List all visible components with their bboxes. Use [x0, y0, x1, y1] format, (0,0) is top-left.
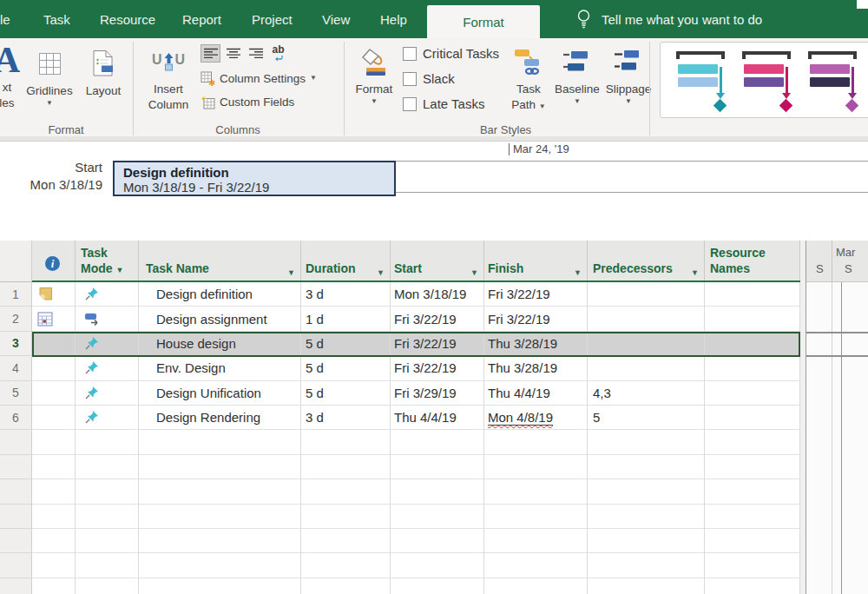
header-resource-names[interactable]: Resource Names [705, 241, 800, 282]
table-row-selected[interactable]: 3 House design 5 d Fri 3/22/19 Thu 3/28/… [0, 332, 800, 356]
filter-arrow-icon[interactable]: ▼ [377, 268, 385, 277]
baseline-button[interactable]: Baseline ▼ [554, 42, 601, 106]
slack-checkbox[interactable] [403, 72, 417, 86]
table-row-empty[interactable] [0, 529, 800, 553]
cell-start[interactable]: Fri 3/29/19 [391, 381, 484, 406]
wrap-text-button[interactable]: ab [268, 43, 288, 63]
tell-me-box[interactable]: Tell me what you want to do [576, 0, 762, 38]
cell-start[interactable]: Thu 4/4/19 [391, 406, 484, 430]
pane-splitter[interactable] [800, 241, 806, 594]
table-row[interactable]: 1 Design definition 3 d Mon 3/18/19 Fri … [0, 282, 800, 307]
cell-task-mode[interactable] [76, 282, 139, 307]
cell-resources[interactable] [705, 381, 800, 406]
late-tasks-checkbox[interactable] [403, 97, 417, 111]
select-all-corner[interactable] [0, 241, 32, 282]
cell-resources[interactable] [705, 356, 800, 380]
cell-predecessors[interactable] [588, 282, 705, 307]
cell-predecessors[interactable] [588, 307, 705, 331]
cell-start[interactable]: Fri 3/22/19 [391, 356, 484, 380]
gantt-chart-panel[interactable]: Mar S S [806, 241, 868, 594]
cell-task-mode[interactable] [76, 381, 139, 406]
table-row[interactable]: 4 Env. Design 5 d Fri 3/22/19 Thu 3/28/1… [0, 356, 800, 380]
cell-task-name[interactable]: Design assignment [139, 307, 301, 331]
cell-finish[interactable]: Fri 3/22/19 [484, 307, 588, 331]
cell-start[interactable]: Fri 3/22/19 [391, 307, 484, 331]
cell-info[interactable] [32, 406, 76, 430]
cell-info[interactable] [32, 307, 76, 331]
format-bar-styles-button[interactable]: Format ▼ [349, 42, 399, 106]
custom-fields-button[interactable]: ✦ Custom Fields [201, 93, 294, 110]
table-row-empty[interactable] [0, 455, 800, 479]
task-path-button[interactable]: Task Path ▼ [507, 42, 550, 113]
cell-info[interactable] [32, 332, 76, 356]
header-finish[interactable]: Finish▼ [484, 241, 588, 282]
filter-arrow-icon[interactable]: ▼ [470, 268, 478, 277]
align-right-button[interactable] [246, 44, 266, 63]
cell-finish[interactable]: Fri 3/22/19 [484, 282, 588, 307]
filter-arrow-icon[interactable]: ▼ [287, 268, 295, 277]
tab-report[interactable]: Report [182, 0, 221, 38]
row-number[interactable]: 6 [0, 406, 32, 430]
cell-predecessors[interactable]: 4,3 [588, 381, 705, 406]
cell-info[interactable] [32, 381, 76, 406]
cell-duration[interactable]: 5 d [301, 356, 391, 380]
cell-task-mode[interactable] [76, 332, 139, 356]
table-row-empty[interactable] [0, 479, 800, 504]
tab-help[interactable]: Help [380, 0, 407, 38]
table-row[interactable]: 2 Design assignment 1 d Fri 3/22/19 Fri … [0, 307, 800, 331]
filter-arrow-icon[interactable]: ▼ [691, 268, 699, 277]
cell-task-mode[interactable] [76, 406, 139, 430]
cell-resources[interactable] [705, 332, 800, 356]
table-row-empty[interactable] [0, 578, 800, 594]
cell-predecessors[interactable] [588, 332, 705, 356]
header-predecessors[interactable]: Predecessors▼ [588, 241, 705, 282]
cell-task-name[interactable]: Design definition [139, 282, 301, 307]
row-number[interactable]: 5 [0, 381, 32, 406]
cell-info[interactable] [32, 282, 76, 307]
cell-finish[interactable]: Thu 4/4/19 [484, 381, 588, 406]
critical-tasks-checkbox[interactable] [403, 47, 417, 61]
cell-finish[interactable]: Thu 3/28/19 [484, 356, 588, 380]
layout-button[interactable]: Layout [78, 43, 128, 99]
cell-resources[interactable] [705, 307, 800, 331]
header-task-name[interactable]: Task Name▼ [139, 241, 301, 282]
cell-duration[interactable]: 5 d [301, 381, 391, 406]
late-tasks-checkbox-row[interactable]: Late Tasks [403, 96, 484, 111]
cell-duration[interactable]: 5 d [301, 332, 391, 356]
critical-tasks-checkbox-row[interactable]: Critical Tasks [403, 46, 499, 61]
cell-resources[interactable] [705, 406, 800, 430]
cell-resources[interactable] [705, 282, 800, 307]
table-row-empty[interactable] [0, 505, 800, 529]
cell-task-mode[interactable] [76, 356, 139, 380]
row-number[interactable]: 1 [0, 282, 32, 307]
filter-arrow-icon[interactable]: ▼ [574, 268, 582, 277]
table-row[interactable]: 5 Design Unification 5 d Fri 3/29/19 Thu… [0, 381, 800, 406]
cell-predecessors[interactable] [588, 356, 705, 380]
cell-finish[interactable]: Thu 3/28/19 [484, 332, 588, 356]
cell-duration[interactable]: 3 d [301, 282, 391, 307]
header-info[interactable]: i [32, 241, 76, 282]
tab-format-active[interactable]: Format [427, 5, 540, 38]
cell-task-name[interactable]: Design Unification [139, 381, 301, 406]
cell-task-name[interactable]: Env. Design [139, 356, 301, 380]
align-center-button[interactable] [223, 44, 243, 63]
gantt-style-option-teal[interactable] [674, 50, 728, 114]
insert-column-button[interactable]: UU Insert Column [144, 42, 193, 113]
align-left-button[interactable] [201, 44, 220, 63]
column-settings-button[interactable]: ✱ Column Settings ▼ [201, 69, 317, 87]
cell-task-name[interactable]: House design [139, 332, 301, 356]
cell-info[interactable] [32, 356, 76, 380]
cell-predecessors[interactable]: 5 [588, 406, 705, 430]
cell-duration[interactable]: 1 d [301, 307, 391, 331]
gantt-style-option-pink[interactable] [740, 50, 794, 114]
header-duration[interactable]: Duration▼ [301, 241, 391, 282]
cell-start[interactable]: Mon 3/18/19 [391, 282, 484, 307]
gridlines-button[interactable]: Gridlines ▼ [23, 43, 76, 108]
tab-project[interactable]: Project [252, 0, 293, 38]
cell-task-name[interactable]: Design Rendering [139, 406, 301, 430]
table-row-empty[interactable] [0, 430, 800, 454]
slack-checkbox-row[interactable]: Slack [403, 71, 455, 86]
cell-task-mode[interactable] [76, 307, 139, 331]
cell-finish[interactable]: Mon 4/8/19 [484, 406, 588, 430]
header-start[interactable]: Start▼ [391, 241, 484, 282]
